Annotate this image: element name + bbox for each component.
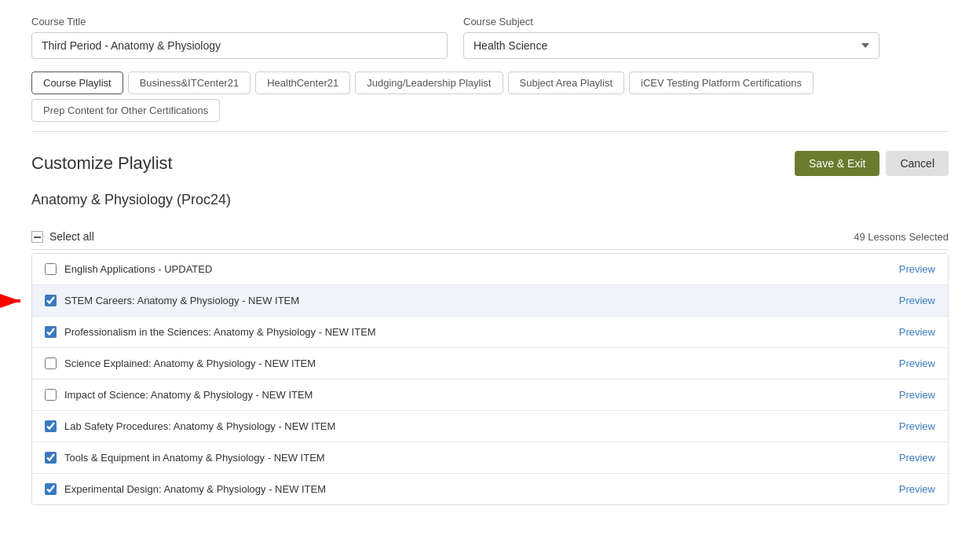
select-all-checkbox[interactable] — [31, 231, 43, 243]
lesson-label: Tools & Equipment in Anatomy & Physiolog… — [64, 452, 325, 464]
lesson-item: Experimental Design: Anatomy & Physiolog… — [32, 474, 948, 504]
lesson-item: Professionalism in the Sciences: Anatomy… — [32, 317, 948, 348]
course-subject-label: Course Subject — [463, 16, 879, 28]
course-subject-select[interactable]: Health Science Biology Science — [463, 32, 879, 59]
lesson-label: Impact of Science: Anatomy & Physiology … — [64, 389, 313, 401]
lesson-left: Impact of Science: Anatomy & Physiology … — [45, 389, 313, 401]
lesson-left: STEM Careers: Anatomy & Physiology - NEW… — [45, 295, 299, 306]
tab-course-playlist[interactable]: Course Playlist — [31, 72, 123, 94]
lesson-left: Experimental Design: Anatomy & Physiolog… — [45, 483, 326, 495]
course-title-label: Course Title — [31, 16, 448, 28]
tabs-row: Course PlaylistBusiness&ITCenter21Health… — [31, 72, 949, 132]
tab-icev[interactable]: iCEV Testing Platform Certifications — [629, 72, 814, 94]
course-title-group: Course Title — [31, 16, 448, 59]
tab-prep-content[interactable]: Prep Content for Other Certifications — [31, 99, 220, 122]
lesson-checkbox[interactable] — [45, 483, 57, 495]
preview-link[interactable]: Preview — [899, 452, 935, 464]
select-all-row: Select all 49 Lessons Selected — [31, 224, 949, 250]
course-form-row: Course Title Course Subject Health Scien… — [31, 16, 949, 59]
lesson-checkbox[interactable] — [45, 358, 57, 369]
playlist-subtitle: Anatomy & Physiology (Proc24) — [31, 192, 949, 208]
lesson-checkbox[interactable] — [45, 326, 57, 338]
lesson-label: STEM Careers: Anatomy & Physiology - NEW… — [64, 295, 299, 306]
save-exit-button[interactable]: Save & Exit — [795, 151, 879, 176]
preview-link[interactable]: Preview — [899, 420, 935, 432]
lesson-checkbox[interactable] — [45, 389, 57, 401]
section-header: Customize Playlist Save & Exit Cancel — [31, 151, 949, 176]
preview-link[interactable]: Preview — [899, 358, 935, 369]
preview-link[interactable]: Preview — [899, 263, 935, 275]
select-all-label: Select all — [49, 230, 94, 243]
lesson-label: Experimental Design: Anatomy & Physiolog… — [64, 483, 326, 495]
lesson-checkbox[interactable] — [45, 420, 57, 432]
select-all-left: Select all — [31, 230, 94, 243]
lesson-list: English Applications - UPDATEDPreviewSTE… — [31, 253, 949, 505]
tab-subject-area[interactable]: Subject Area Playlist — [508, 72, 625, 94]
lesson-left: Professionalism in the Sciences: Anatomy… — [45, 326, 376, 338]
lesson-item: Tools & Equipment in Anatomy & Physiolog… — [32, 442, 948, 474]
preview-link[interactable]: Preview — [899, 326, 935, 338]
tab-health-center[interactable]: HealthCenter21 — [255, 72, 350, 94]
course-subject-group: Course Subject Health Science Biology Sc… — [463, 16, 879, 59]
tab-business-it[interactable]: Business&ITCenter21 — [128, 72, 250, 94]
lesson-checkbox[interactable] — [45, 452, 57, 464]
action-buttons: Save & Exit Cancel — [795, 151, 949, 176]
lesson-left: Tools & Equipment in Anatomy & Physiolog… — [45, 452, 325, 464]
lesson-item: Lab Safety Procedures: Anatomy & Physiol… — [32, 411, 948, 442]
course-title-input[interactable] — [31, 32, 448, 59]
tab-judging[interactable]: Judging/Leadership Playlist — [355, 72, 503, 94]
lesson-left: Lab Safety Procedures: Anatomy & Physiol… — [45, 420, 335, 432]
preview-link[interactable]: Preview — [899, 295, 935, 306]
lesson-item: STEM Careers: Anatomy & Physiology - NEW… — [32, 285, 948, 317]
lesson-checkbox[interactable] — [45, 263, 57, 275]
lesson-item: English Applications - UPDATEDPreview — [32, 254, 948, 285]
lesson-label: Lab Safety Procedures: Anatomy & Physiol… — [64, 420, 335, 432]
preview-link[interactable]: Preview — [899, 389, 935, 401]
preview-link[interactable]: Preview — [899, 483, 935, 495]
lessons-count: 49 Lessons Selected — [854, 231, 949, 243]
cancel-button[interactable]: Cancel — [886, 151, 949, 176]
lesson-left: Science Explained: Anatomy & Physiology … — [45, 358, 316, 369]
lesson-item: Science Explained: Anatomy & Physiology … — [32, 348, 948, 380]
lesson-left: English Applications - UPDATED — [45, 263, 212, 275]
lesson-item: Impact of Science: Anatomy & Physiology … — [32, 380, 948, 411]
lesson-label: English Applications - UPDATED — [64, 263, 212, 275]
lesson-label: Science Explained: Anatomy & Physiology … — [64, 358, 316, 369]
lesson-checkbox[interactable] — [45, 295, 57, 306]
section-title: Customize Playlist — [31, 153, 173, 174]
lesson-label: Professionalism in the Sciences: Anatomy… — [64, 326, 376, 338]
